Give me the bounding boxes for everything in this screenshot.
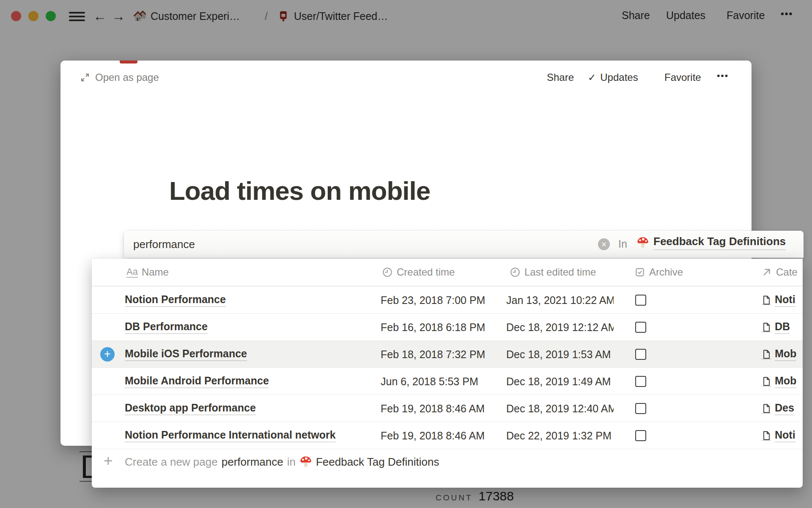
plus-icon: + (104, 452, 113, 470)
archive-checkbox[interactable] (635, 322, 646, 333)
category-link[interactable]: Noti (761, 422, 803, 449)
page-file-icon (761, 403, 771, 414)
table-row[interactable]: Notion Performance International network… (92, 422, 803, 449)
check-icon: ✓ (588, 72, 596, 83)
column-header-name[interactable]: Aa Name (126, 259, 169, 286)
create-query-text: performance (222, 456, 283, 469)
modal-favorite-button[interactable]: Favorite (664, 72, 701, 83)
category-link[interactable]: DB (761, 314, 803, 341)
search-scope-link[interactable]: Feedback Tag Definitions (636, 235, 786, 250)
archive-checkbox[interactable] (635, 295, 646, 306)
column-header-archive[interactable]: Archive (634, 259, 683, 286)
created-time-cell: Feb 19, 2018 8:46 AM (381, 422, 504, 449)
open-as-page-button[interactable]: Open as page (80, 72, 159, 83)
table-row[interactable]: DB Performance Feb 16, 2018 6:18 PM Dec … (92, 313, 803, 340)
archive-checkbox[interactable] (635, 349, 646, 360)
table-row[interactable]: Desktop app Performance Feb 19, 2018 8:4… (92, 395, 803, 422)
last-edited-time-cell: Dec 18, 2019 1:53 AM (506, 341, 614, 368)
clock-icon (382, 267, 393, 278)
page-link[interactable]: Mobile iOS Performance (125, 341, 247, 368)
table-row[interactable]: Notion Performance Feb 23, 2018 7:00 PM … (92, 286, 803, 313)
last-edited-time-cell: Dec 18, 2019 12:40 AM (506, 395, 614, 422)
modal-header: Open as page Share ✓ Updates Favorite ••… (60, 61, 752, 84)
created-time-cell: Feb 19, 2018 8:46 AM (381, 395, 504, 422)
page-file-icon (761, 431, 771, 441)
table-row-selected[interactable]: + Mobile iOS Performance Feb 18, 2018 7:… (92, 340, 803, 367)
search-results-dropdown: Aa Name Created time Last edited time Ar… (92, 259, 803, 488)
modal-more-icon[interactable]: ••• (717, 71, 729, 81)
archive-checkbox[interactable] (635, 430, 646, 441)
page-link[interactable]: Desktop app Performance (125, 395, 256, 422)
create-scope-name: Feedback Tag Definitions (316, 456, 439, 469)
column-header-created-time[interactable]: Created time (382, 259, 455, 286)
page-file-icon (761, 295, 771, 305)
last-edited-time-cell: Dec 22, 2019 1:32 PM (506, 422, 614, 449)
category-link[interactable]: Mob (761, 368, 803, 395)
clear-search-icon[interactable]: ✕ (598, 238, 610, 250)
create-new-page-label: Create a new page performance in Feedbac… (125, 449, 439, 475)
column-header-category[interactable]: Cate (761, 259, 798, 286)
archive-checkbox[interactable] (635, 376, 646, 387)
search-dialog: ✕ In Feedback Tag Definitions (124, 231, 804, 258)
clock-icon (510, 267, 521, 278)
search-input[interactable] (133, 231, 590, 258)
page-link[interactable]: Notion Performance (125, 287, 226, 314)
created-time-cell: Jun 6, 2018 5:53 PM (381, 368, 504, 395)
text-field-type-icon: Aa (126, 267, 138, 278)
category-link[interactable]: Mob (761, 341, 803, 368)
category-link[interactable]: Noti (761, 287, 803, 314)
modal-updates-button[interactable]: ✓ Updates (588, 72, 638, 83)
table-header: Aa Name Created time Last edited time Ar… (92, 259, 803, 286)
archive-checkbox[interactable] (635, 403, 646, 414)
page-file-icon (761, 322, 771, 332)
page-link[interactable]: Notion Performance International network (125, 422, 336, 449)
page-link[interactable]: DB Performance (125, 314, 208, 341)
created-time-cell: Feb 18, 2018 7:32 PM (381, 341, 504, 368)
page-link[interactable]: Mobile Android Performance (125, 368, 269, 395)
last-edited-time-cell: Dec 18, 2019 12:12 AM (506, 314, 614, 341)
page-file-icon (761, 349, 771, 359)
created-time-cell: Feb 16, 2018 6:18 PM (381, 314, 504, 341)
checkbox-icon (634, 267, 645, 278)
mushroom-icon (636, 236, 649, 249)
table-row[interactable]: Mobile Android Performance Jun 6, 2018 5… (92, 367, 803, 395)
add-plus-icon[interactable]: + (100, 347, 115, 362)
expand-diagonal-icon (80, 72, 90, 83)
category-link[interactable]: Des (761, 395, 803, 422)
modal-share-button[interactable]: Share (547, 72, 574, 83)
column-header-last-edited-time[interactable]: Last edited time (510, 259, 596, 286)
mushroom-icon (299, 456, 312, 468)
search-in-label: In (618, 238, 627, 250)
created-time-cell: Feb 23, 2018 7:00 PM (381, 287, 504, 314)
scope-name: Feedback Tag Definitions (653, 235, 786, 250)
create-new-page-row[interactable]: + Create a new page performance in Feedb… (92, 449, 803, 474)
page-file-icon (761, 376, 771, 387)
page-title[interactable]: Load times on mobile (169, 176, 430, 206)
ne-arrow-icon (761, 267, 772, 278)
last-edited-time-cell: Jan 13, 2021 10:22 AM (506, 287, 614, 314)
last-edited-time-cell: Dec 18, 2019 1:49 AM (506, 368, 614, 395)
